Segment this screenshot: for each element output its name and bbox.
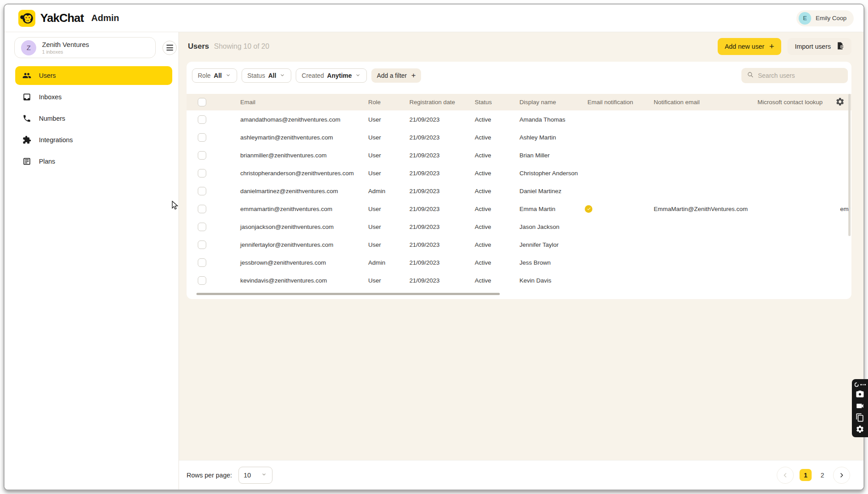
page-button-1[interactable]: 1: [800, 469, 812, 481]
column-header-microsoft-contact-lookup[interactable]: Microsoft contact lookup: [749, 99, 832, 106]
next-page-button[interactable]: [833, 467, 850, 484]
cell-display-name: Amanda Thomas: [511, 116, 579, 123]
cell-email-notification: [579, 205, 645, 213]
column-header-email-notification[interactable]: Email notification: [579, 99, 645, 106]
gear-icon[interactable]: [855, 425, 864, 434]
row-checkbox[interactable]: [198, 241, 206, 249]
row-checkbox[interactable]: [198, 115, 206, 124]
filter-role[interactable]: RoleAll: [192, 68, 237, 83]
cell-role: User: [359, 134, 400, 141]
cell-status: Active: [466, 277, 511, 284]
cell-email: amandathomas@zenithventures.com: [231, 116, 359, 123]
sidebar-item-numbers[interactable]: Numbers: [15, 109, 172, 128]
cell-email: jennifertaylor@zenithventures.com: [231, 241, 359, 248]
cell-display-name: Brian Miller: [511, 152, 579, 159]
cell-registration-date: 21/09/2023: [400, 152, 466, 159]
row-checkbox[interactable]: [198, 223, 206, 231]
select-all-checkbox[interactable]: [198, 98, 206, 106]
org-name: Zenith Ventures: [42, 41, 89, 49]
cell-email: christopheranderson@zenithventures.com: [231, 170, 359, 177]
table-footer: Rows per page: 10 12: [179, 460, 864, 490]
browser-extension-toolbar: [852, 379, 868, 437]
table-row[interactable]: amandathomas@zenithventures.comUser21/09…: [187, 110, 851, 128]
horizontal-scrollbar[interactable]: [196, 293, 500, 295]
page-button-2[interactable]: 2: [817, 472, 827, 479]
notification-enabled-badge: [585, 205, 592, 213]
current-user-name: Emily Coop: [816, 15, 847, 21]
row-checkbox[interactable]: [198, 258, 206, 267]
cell-display-name: Christopher Anderson: [511, 170, 579, 177]
cell-role: Admin: [359, 188, 400, 194]
cell-registration-date: 21/09/2023: [400, 241, 466, 248]
pagination: 12: [777, 467, 850, 484]
phone-icon: [22, 114, 31, 123]
sidebar-collapse-button[interactable]: [162, 41, 177, 55]
video-camera-icon[interactable]: [855, 401, 864, 410]
cell-email: jasonjackson@zenithventures.com: [231, 224, 359, 230]
current-user-menu[interactable]: E Emily Coop: [796, 10, 854, 26]
sidebar-item-integrations[interactable]: Integrations: [15, 131, 172, 149]
yakchat-logo-icon: [18, 9, 36, 27]
cell-email: kevindavis@zenithventures.com: [231, 277, 359, 284]
row-checkbox[interactable]: [198, 133, 206, 142]
filter-created[interactable]: CreatedAnytime: [296, 68, 367, 83]
sidebar-item-label: Users: [39, 72, 56, 79]
filter-status[interactable]: StatusAll: [242, 68, 292, 83]
table-row[interactable]: jessbrown@zenithventures.comAdmin21/09/2…: [187, 253, 851, 271]
results-count: Showing 10 of 20: [214, 42, 269, 51]
column-header-notification-email[interactable]: Notification email: [645, 99, 749, 106]
column-header-status[interactable]: Status: [466, 99, 511, 106]
sidebar-item-label: Integrations: [39, 136, 73, 144]
table-row[interactable]: christopheranderson@zenithventures.comUs…: [187, 164, 851, 182]
row-checkbox[interactable]: [198, 276, 206, 285]
sidebar-item-inboxes[interactable]: Inboxes: [15, 88, 172, 106]
sidebar-item-users[interactable]: Users: [15, 66, 172, 85]
table-row[interactable]: kevindavis@zenithventures.comUser21/09/2…: [187, 271, 851, 289]
row-checkbox[interactable]: [198, 151, 206, 160]
brand-name: YakChat: [40, 11, 84, 25]
cell-microsoft-contact-lookup: emr: [749, 206, 851, 212]
row-checkbox[interactable]: [198, 205, 206, 213]
cell-email: danielmartinez@zenithventures.com: [231, 188, 359, 194]
org-switcher[interactable]: Z Zenith Ventures 1 inboxes: [14, 37, 156, 58]
row-checkbox[interactable]: [198, 169, 206, 177]
page-app-title: Admin: [91, 13, 119, 23]
previous-page-button[interactable]: [777, 467, 794, 484]
row-checkbox[interactable]: [198, 187, 206, 195]
vertical-scrollbar[interactable]: [848, 94, 851, 236]
cell-display-name: Daniel Martinez: [511, 188, 579, 194]
plans-icon: [22, 157, 31, 166]
column-header-registration-date[interactable]: Registration date: [400, 99, 466, 106]
app-window: YakChat Admin E Emily Coop Z Zenith Vent…: [4, 4, 864, 490]
cell-role: User: [359, 170, 400, 177]
column-header-display-name[interactable]: Display name: [511, 99, 579, 106]
cell-status: Active: [466, 152, 511, 159]
column-header-role[interactable]: Role: [359, 99, 400, 106]
cell-role: User: [359, 224, 400, 230]
cell-display-name: Jennifer Taylor: [511, 241, 579, 248]
inbox-icon: [22, 93, 31, 101]
camera-icon[interactable]: [855, 390, 864, 399]
copy-icon[interactable]: [855, 413, 864, 422]
rows-per-page-select[interactable]: 10: [238, 467, 272, 484]
search-box[interactable]: [741, 68, 848, 83]
sidebar-nav: UsersInboxesNumbersIntegrationsPlans: [4, 66, 179, 171]
cell-notification-email: EmmaMartin@ZenithVentures.com: [645, 206, 749, 212]
table-row[interactable]: ashleymartin@zenithventures.comUser21/09…: [187, 128, 851, 146]
table-row[interactable]: emmamartin@zenithventures.comUser21/09/2…: [187, 200, 851, 218]
table-row[interactable]: jennifertaylor@zenithventures.comUser21/…: [187, 236, 851, 253]
extension-logo-icon[interactable]: [854, 382, 866, 387]
table-row[interactable]: brianmiller@zenithventures.comUser21/09/…: [187, 146, 851, 164]
search-input[interactable]: [758, 72, 842, 79]
column-header-email[interactable]: Email: [231, 99, 359, 106]
table-row[interactable]: danielmartinez@zenithventures.comAdmin21…: [187, 182, 851, 200]
table-header-row: EmailRoleRegistration dateStatusDisplay …: [187, 94, 851, 110]
cell-registration-date: 21/09/2023: [400, 170, 466, 177]
table-row[interactable]: jasonjackson@zenithventures.comUser21/09…: [187, 218, 851, 236]
add-new-user-button[interactable]: Add new user+: [718, 38, 782, 55]
table-body: amandathomas@zenithventures.comUser21/09…: [187, 110, 851, 289]
import-users-button[interactable]: Import users: [787, 38, 851, 55]
filter-add-a-filter[interactable]: Add a filter+: [371, 68, 421, 83]
cell-status: Active: [466, 134, 511, 141]
sidebar-item-plans[interactable]: Plans: [15, 152, 172, 171]
